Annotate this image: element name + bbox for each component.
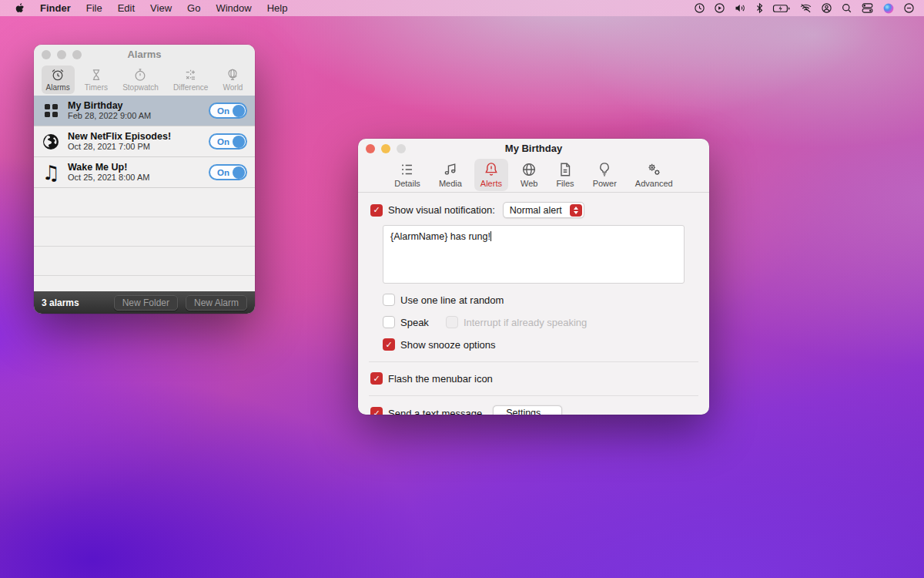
show-visual-notification-checkbox[interactable]: ✓ <box>370 204 383 217</box>
notification-message-textarea[interactable]: {AlarmName} has rung! <box>383 225 685 284</box>
send-text-label: Send a text message <box>388 408 482 415</box>
close-button[interactable] <box>42 50 51 59</box>
tab-label: Timers <box>85 83 108 92</box>
tab-label: Advanced <box>635 179 673 188</box>
tab-media[interactable]: Media <box>433 159 468 191</box>
new-folder-button[interactable]: New Folder <box>114 295 178 311</box>
tab-alerts[interactable]: Alerts <box>474 159 508 191</box>
tab-label: Alerts <box>480 179 502 188</box>
tab-label: Stopwatch <box>122 83 159 92</box>
alarm-toggle[interactable]: On <box>209 102 247 119</box>
send-text-checkbox[interactable]: ✓ <box>370 407 383 415</box>
desktop: Finder File Edit View Go Window Help <box>0 0 924 578</box>
menu-item-window[interactable]: Window <box>208 2 259 14</box>
alarm-count: 3 alarms <box>42 297 106 308</box>
alerts-pane: ✓ Show visual notification: Normal alert… <box>358 193 709 415</box>
alarm-list: My Birthday Feb 28, 2022 9:00 AM On New … <box>34 96 255 291</box>
menu-item-go[interactable]: Go <box>179 2 208 14</box>
alert-type-dropdown[interactable]: Normal alert <box>503 202 584 218</box>
tab-label: Web <box>521 179 537 188</box>
clock-icon[interactable] <box>694 2 705 14</box>
list-icon <box>399 161 416 178</box>
tab-files[interactable]: Files <box>550 159 580 191</box>
control-center-icon[interactable] <box>861 2 874 14</box>
alarm-clock-icon <box>50 67 65 82</box>
flash-menubar-checkbox[interactable]: ✓ <box>370 372 383 385</box>
tab-label: Details <box>394 179 420 188</box>
music-notes-icon <box>442 161 459 178</box>
alarm-toggle[interactable]: On <box>209 164 247 180</box>
alarms-window: Alarms Alarms Timers Stopwatch Differenc… <box>34 45 255 314</box>
tab-alarms[interactable]: Alarms <box>42 66 75 94</box>
minimize-button[interactable] <box>57 50 66 59</box>
tab-label: Files <box>556 179 574 188</box>
section-divider <box>369 361 698 362</box>
apple-menu-icon[interactable] <box>14 2 25 15</box>
alarms-statusbar: 3 alarms New Folder New Alarm <box>34 291 255 314</box>
flash-menubar-label: Flash the menubar icon <box>388 373 493 385</box>
alarm-settings-window: My Birthday Details Media Alerts Web Fil… <box>358 139 709 415</box>
bluetooth-icon[interactable] <box>755 2 764 14</box>
close-button[interactable] <box>366 144 375 153</box>
settings-titlebar[interactable]: My Birthday <box>358 139 709 157</box>
search-icon[interactable] <box>841 2 852 14</box>
tab-details[interactable]: Details <box>388 159 427 191</box>
interrupt-label: Interrupt if already speaking <box>464 317 587 328</box>
tab-label: Media <box>439 179 462 188</box>
menu-item-edit[interactable]: Edit <box>110 2 142 14</box>
alarm-row-wake-me-up[interactable]: ♫ Wake Me Up! Oct 25, 2021 8:00 AM On <box>34 157 255 188</box>
menu-item-help[interactable]: Help <box>259 2 296 14</box>
window-title: My Birthday <box>358 139 709 159</box>
volume-icon[interactable] <box>734 2 747 14</box>
use-one-line-label: Use one line at random <box>400 294 504 306</box>
alarm-datetime: Oct 25, 2021 8:00 AM <box>68 173 209 183</box>
alarms-toolbar: Alarms Timers Stopwatch Difference World <box>34 65 255 96</box>
alarm-name: My Birthday <box>68 100 209 111</box>
menu-bar: Finder File Edit View Go Window Help <box>0 0 924 16</box>
speak-label: Speak <box>400 317 429 328</box>
empty-list-row <box>34 247 255 276</box>
settings-toolbar: Details Media Alerts Web Files Power <box>358 157 709 193</box>
user-circle-icon[interactable] <box>821 2 832 14</box>
text-caret <box>490 231 491 241</box>
toggle-label: On <box>217 168 229 177</box>
tab-stopwatch[interactable]: Stopwatch <box>118 66 163 94</box>
menu-status-area <box>694 2 915 15</box>
text-message-settings-button[interactable]: Settings... <box>493 405 562 415</box>
play-circle-icon[interactable] <box>714 2 725 14</box>
new-alarm-button[interactable]: New Alarm <box>186 295 247 311</box>
tab-advanced[interactable]: Advanced <box>629 159 679 191</box>
menu-item-finder[interactable]: Finder <box>32 2 79 14</box>
web-globe-icon <box>521 161 537 178</box>
tab-web[interactable]: Web <box>514 159 544 191</box>
siri-icon[interactable] <box>882 2 895 15</box>
show-snooze-checkbox[interactable]: ✓ <box>383 338 395 351</box>
speak-checkbox[interactable] <box>383 316 395 328</box>
do-not-disturb-icon[interactable] <box>903 2 915 14</box>
stopwatch-icon <box>132 67 148 82</box>
document-icon <box>557 161 574 178</box>
use-one-line-checkbox[interactable] <box>383 294 395 306</box>
tab-label: Alarms <box>46 83 70 92</box>
alarm-row-my-birthday[interactable]: My Birthday Feb 28, 2022 9:00 AM On <box>34 96 255 126</box>
alarm-row-netflix[interactable]: New NetFlix Episodes! Oct 28, 2021 7:00 … <box>34 126 255 157</box>
tab-power[interactable]: Power <box>587 159 623 191</box>
zoom-button[interactable] <box>72 50 82 59</box>
minimize-button[interactable] <box>381 144 390 153</box>
menu-item-file[interactable]: File <box>79 2 110 14</box>
battery-charging-icon[interactable] <box>772 3 791 14</box>
tab-difference[interactable]: Difference <box>169 66 213 94</box>
alarm-toggle[interactable]: On <box>209 133 247 150</box>
hourglass-icon <box>89 67 104 82</box>
alarms-titlebar[interactable]: Alarms <box>34 45 255 65</box>
toggle-knob <box>233 166 245 179</box>
music-note-icon: ♫ <box>34 163 68 183</box>
wifi-off-icon[interactable] <box>799 2 812 14</box>
menu-item-view[interactable]: View <box>142 2 179 14</box>
difference-icon <box>183 67 199 82</box>
empty-list-row <box>34 217 255 247</box>
alert-type-value: Normal alert <box>504 205 570 216</box>
tab-timers[interactable]: Timers <box>80 66 112 94</box>
tab-world[interactable]: World <box>218 66 247 94</box>
zoom-button[interactable] <box>397 144 406 153</box>
